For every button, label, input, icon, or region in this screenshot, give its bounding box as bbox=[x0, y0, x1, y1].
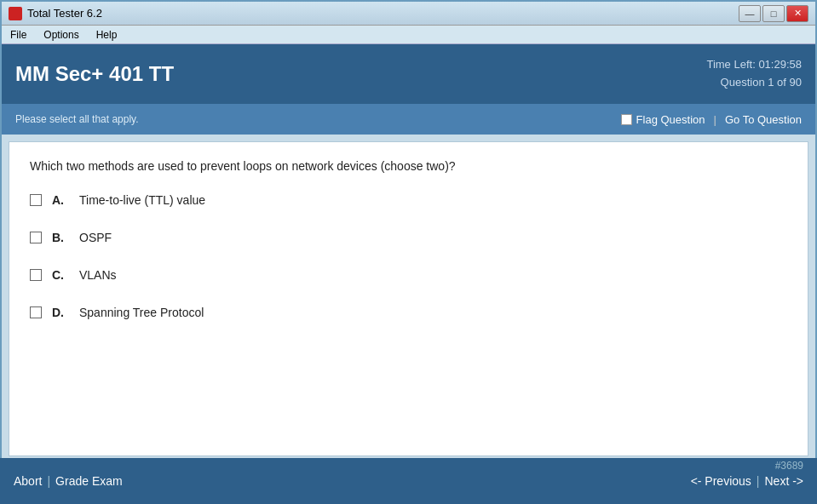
instruction-bar: Please select all that apply. Flag Quest… bbox=[2, 104, 815, 135]
answer-label-a: A. bbox=[52, 193, 69, 207]
question-id: #3689 bbox=[775, 460, 803, 472]
answer-text-c: VLANs bbox=[79, 268, 117, 282]
maximize-button[interactable]: □ bbox=[762, 5, 785, 22]
time-left: Time Left: 01:29:58 bbox=[706, 56, 802, 74]
footer-left-separator: | bbox=[47, 474, 50, 488]
answer-text-a: Time-to-live (TTL) value bbox=[79, 193, 205, 207]
question-info: Question 1 of 90 bbox=[706, 74, 802, 92]
grade-exam-button[interactable]: Grade Exam bbox=[55, 474, 123, 488]
answer-option-c: C. VLANs bbox=[30, 268, 787, 282]
menu-help[interactable]: Help bbox=[93, 27, 121, 43]
flag-checkbox[interactable] bbox=[621, 114, 632, 125]
flag-question-label: Flag Question bbox=[636, 113, 705, 126]
menu-bar: File Options Help bbox=[2, 26, 815, 44]
header-band: MM Sec+ 401 TT Time Left: 01:29:58 Quest… bbox=[2, 44, 815, 104]
checkbox-c[interactable] bbox=[30, 269, 42, 281]
question-text: Which two methods are used to prevent lo… bbox=[30, 159, 787, 173]
title-bar-left: Total Tester 6.2 bbox=[9, 7, 102, 20]
menu-file[interactable]: File bbox=[7, 27, 30, 43]
answer-option-b: B. OSPF bbox=[30, 231, 787, 244]
answer-text-b: OSPF bbox=[79, 231, 112, 244]
checkbox-b[interactable] bbox=[30, 232, 42, 243]
answer-label-b: B. bbox=[52, 231, 69, 244]
goto-question-button[interactable]: Go To Question bbox=[725, 113, 802, 126]
answer-label-c: C. bbox=[52, 268, 69, 282]
next-button[interactable]: Next -> bbox=[764, 474, 803, 488]
time-left-label: Time Left: bbox=[706, 58, 755, 71]
menu-options[interactable]: Options bbox=[40, 27, 82, 43]
minimize-button[interactable]: — bbox=[739, 5, 761, 22]
answer-option-a: A. Time-to-live (TTL) value bbox=[30, 193, 787, 207]
instruction-text: Please select all that apply. bbox=[15, 113, 139, 125]
checkbox-a[interactable] bbox=[30, 194, 42, 206]
footer: #3689 Abort | Grade Exam <- Previous | N… bbox=[0, 458, 817, 504]
app-title: Total Tester 6.2 bbox=[27, 7, 102, 20]
question-area: Which two methods are used to prevent lo… bbox=[9, 141, 808, 456]
answer-option-d: D. Spanning Tree Protocol bbox=[30, 306, 787, 319]
previous-button[interactable]: <- Previous bbox=[691, 474, 751, 488]
close-button[interactable]: ✕ bbox=[786, 5, 808, 22]
footer-left: Abort | Grade Exam bbox=[14, 474, 123, 488]
flag-question-control[interactable]: Flag Question bbox=[621, 113, 705, 126]
time-left-value: 01:29:58 bbox=[758, 58, 802, 71]
instruction-actions: Flag Question | Go To Question bbox=[621, 113, 802, 126]
footer-right-separator: | bbox=[757, 474, 760, 488]
instruction-separator: | bbox=[714, 113, 716, 126]
footer-right: <- Previous | Next -> bbox=[691, 474, 803, 488]
exam-title: MM Sec+ 401 TT bbox=[15, 62, 174, 86]
checkbox-d[interactable] bbox=[30, 306, 42, 318]
app-icon bbox=[9, 7, 22, 20]
answer-label-d: D. bbox=[52, 306, 69, 319]
window-controls: — □ ✕ bbox=[739, 5, 808, 22]
title-bar: Total Tester 6.2 — □ ✕ bbox=[2, 2, 815, 26]
abort-button[interactable]: Abort bbox=[14, 474, 42, 488]
header-meta: Time Left: 01:29:58 Question 1 of 90 bbox=[706, 56, 802, 92]
answer-text-d: Spanning Tree Protocol bbox=[79, 306, 204, 319]
